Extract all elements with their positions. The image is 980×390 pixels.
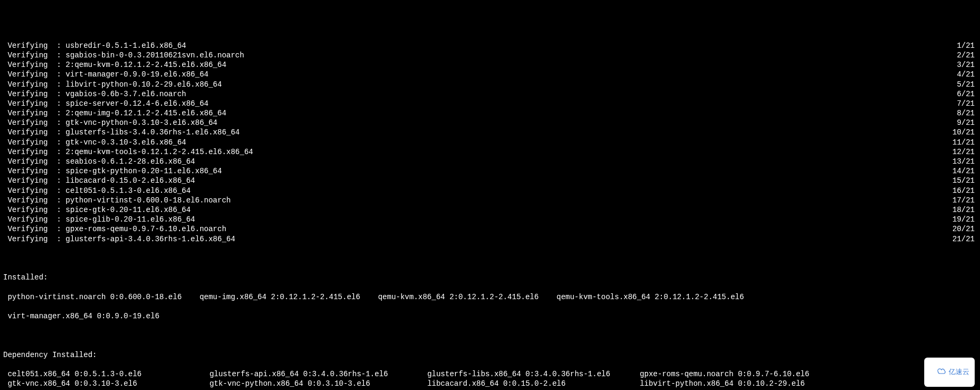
verify-package: Verifying : usbredir-0.5.1-1.el6.x86_64 — [7, 41, 186, 50]
dependency-package: glusterfs-api.x86_64 0:3.4.0.36rhs-1.el6 — [209, 369, 427, 379]
cloud-icon — [930, 359, 947, 386]
verify-package: Verifying : 2:qemu-kvm-0.12.1.2-2.415.el… — [7, 60, 226, 70]
verify-package: Verifying : spice-gtk-0.20-11.el6.x86_64 — [7, 205, 190, 215]
verify-line: Verifying : glusterfs-libs-3.4.0.36rhs-1… — [3, 128, 977, 137]
verify-package: Verifying : glusterfs-libs-3.4.0.36rhs-1… — [7, 128, 240, 137]
dependency-package: gtk-vnc.x86_64 0:0.3.10-3.el6 — [7, 379, 209, 388]
verify-progress: 9/21 — [957, 118, 977, 128]
verify-package: Verifying : gtk-vnc-0.3.10-3.el6.x86_64 — [7, 138, 186, 147]
verify-progress: 16/21 — [952, 186, 977, 196]
verify-line: Verifying : libvirt-python-0.10.2-29.el6… — [3, 80, 977, 89]
verify-progress: 1/21 — [957, 41, 977, 50]
verify-line: Verifying : gtk-vnc-0.3.10-3.el6.x86_641… — [3, 138, 977, 147]
verify-line: Verifying : spice-server-0.12.4-6.el6.x8… — [3, 99, 977, 108]
verify-package: Verifying : libcacard-0.15.0-2.el6.x86_6… — [7, 176, 195, 185]
verify-line: Verifying : 2:qemu-img-0.12.1.2-2.415.el… — [3, 108, 977, 118]
verify-progress: 20/21 — [952, 224, 977, 234]
installed-packages-line-1: python-virtinst.noarch 0:0.600.0-18.el6 … — [3, 292, 977, 302]
dependency-package: celt051.x86_64 0:0.5.1.3-0.el6 — [7, 369, 209, 379]
verify-output-block: Verifying : usbredir-0.5.1-1.el6.x86_641… — [3, 41, 977, 244]
dependency-installed-heading: Dependency Installed: — [3, 350, 977, 360]
verify-line: Verifying : python-virtinst-0.600.0-18.e… — [3, 196, 977, 205]
verify-progress: 10/21 — [952, 128, 977, 137]
verify-progress: 5/21 — [957, 80, 977, 89]
verify-package: Verifying : 2:qemu-kvm-tools-0.12.1.2-2.… — [7, 147, 253, 157]
verify-line: Verifying : seabios-0.6.1.2-28.el6.x86_6… — [3, 157, 977, 166]
verify-line: Verifying : 2:qemu-kvm-0.12.1.2-2.415.el… — [3, 60, 977, 70]
verify-package: Verifying : libvirt-python-0.10.2-29.el6… — [7, 80, 221, 89]
verify-line: Verifying : spice-glib-0.20-11.el6.x86_6… — [3, 215, 977, 224]
verify-package: Verifying : 2:qemu-img-0.12.1.2-2.415.el… — [7, 108, 226, 118]
verify-line: Verifying : celt051-0.5.1.3-0.el6.x86_64… — [3, 186, 977, 196]
verify-line: Verifying : libcacard-0.15.0-2.el6.x86_6… — [3, 176, 977, 185]
verify-package: Verifying : spice-gtk-python-0.20-11.el6… — [7, 166, 221, 176]
dependency-package: libcacard.x86_64 0:0.15.0-2.el6 — [427, 379, 640, 388]
verify-package: Verifying : vgabios-0.6b-3.7.el6.noarch — [7, 89, 186, 99]
verify-progress: 12/21 — [952, 147, 977, 157]
verify-line: Verifying : glusterfs-api-3.4.0.36rhs-1.… — [3, 234, 977, 244]
dependency-package: glusterfs-libs.x86_64 0:3.4.0.36rhs-1.el… — [427, 369, 640, 379]
verify-package: Verifying : seabios-0.6.1.2-28.el6.x86_6… — [7, 157, 195, 166]
verify-progress: 21/21 — [952, 234, 977, 244]
verify-progress: 8/21 — [957, 108, 977, 118]
verify-progress: 18/21 — [952, 205, 977, 215]
watermark-badge: 亿速云 — [924, 358, 975, 387]
verify-progress: 19/21 — [952, 215, 977, 224]
verify-line: Verifying : gtk-vnc-python-0.3.10-3.el6.… — [3, 118, 977, 128]
verify-line: Verifying : sgabios-bin-0-0.3.20110621sv… — [3, 50, 977, 60]
verify-package: Verifying : glusterfs-api-3.4.0.36rhs-1.… — [7, 234, 235, 244]
verify-package: Verifying : spice-glib-0.20-11.el6.x86_6… — [7, 215, 195, 224]
verify-line: Verifying : spice-gtk-0.20-11.el6.x86_64… — [3, 205, 977, 215]
verify-line: Verifying : virt-manager-0.9.0-19.el6.x8… — [3, 70, 977, 79]
verify-package: Verifying : virt-manager-0.9.0-19.el6.x8… — [7, 70, 208, 79]
verify-package: Verifying : spice-server-0.12.4-6.el6.x8… — [7, 99, 208, 108]
dependency-package: gtk-vnc-python.x86_64 0:0.3.10-3.el6 — [209, 379, 427, 388]
verify-line: Verifying : 2:qemu-kvm-tools-0.12.1.2-2.… — [3, 147, 977, 157]
verify-line: Verifying : usbredir-0.5.1-1.el6.x86_641… — [3, 41, 977, 50]
verify-progress: 17/21 — [952, 196, 977, 205]
verify-progress: 3/21 — [957, 60, 977, 70]
installed-packages-line-2: virt-manager.x86_64 0:0.9.0-19.el6 — [3, 311, 977, 321]
verify-package: Verifying : gtk-vnc-python-0.3.10-3.el6.… — [7, 118, 217, 128]
verify-progress: 6/21 — [957, 89, 977, 99]
verify-line: Verifying : gpxe-roms-qemu-0.9.7-6.10.el… — [3, 224, 977, 234]
dependency-packages-grid: celt051.x86_64 0:0.5.1.3-0.el6glusterfs-… — [3, 369, 977, 390]
verify-package: Verifying : sgabios-bin-0-0.3.20110621sv… — [7, 50, 244, 60]
verify-progress: 13/21 — [952, 157, 977, 166]
verify-package: Verifying : python-virtinst-0.600.0-18.e… — [7, 196, 231, 205]
verify-progress: 4/21 — [957, 70, 977, 79]
verify-progress: 7/21 — [957, 99, 977, 108]
verify-package: Verifying : celt051-0.5.1.3-0.el6.x86_64 — [7, 186, 190, 196]
verify-progress: 2/21 — [957, 50, 977, 60]
installed-heading: Installed: — [3, 273, 977, 282]
verify-package: Verifying : gpxe-roms-qemu-0.9.7-6.10.el… — [7, 224, 226, 234]
verify-line: Verifying : vgabios-0.6b-3.7.el6.noarch6… — [3, 89, 977, 99]
verify-progress: 11/21 — [952, 138, 977, 147]
verify-line: Verifying : spice-gtk-python-0.20-11.el6… — [3, 166, 977, 176]
verify-progress: 15/21 — [952, 176, 977, 185]
verify-progress: 14/21 — [952, 166, 977, 176]
watermark-text: 亿速云 — [949, 368, 969, 377]
